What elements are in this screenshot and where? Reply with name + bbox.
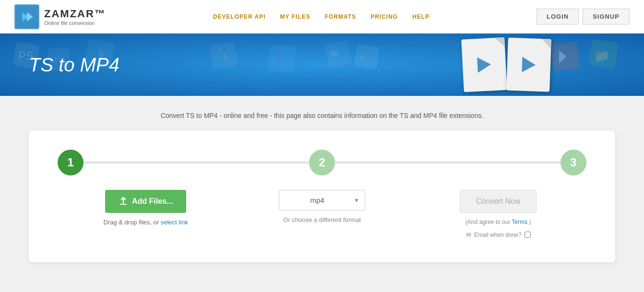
signup-button[interactable]: SIGNUP: [583, 9, 630, 24]
svg-text:🔧: 🔧: [215, 47, 231, 62]
nav-my-files[interactable]: MY FILES: [280, 13, 310, 20]
brand-tagline: Online file conversion: [44, 20, 106, 26]
play-icon-2: [522, 57, 536, 73]
brand-name: ZAMZAR™: [44, 8, 106, 20]
nav-help[interactable]: HELP: [412, 13, 429, 20]
choose-format-text: Or choose a different format: [283, 216, 361, 223]
nav-developer-api[interactable]: DEVELOPER API: [213, 13, 266, 20]
logo-icon: [14, 4, 39, 29]
nav-links: DEVELOPER API MY FILES FORMATS PRICING H…: [213, 13, 430, 20]
login-button[interactable]: LOGIN: [537, 9, 579, 24]
format-select[interactable]: mp4 avi mov mkv wmv flv: [279, 190, 365, 210]
email-icon: ✉: [466, 231, 471, 238]
step-1-section: Add Files... Drag & drop files, or selec…: [58, 190, 234, 226]
nav-pricing[interactable]: PRICING: [370, 13, 398, 20]
email-checkbox[interactable]: [525, 232, 531, 238]
logo-text: ZAMZAR™ Online file conversion: [44, 8, 106, 26]
svg-text:♪: ♪: [359, 52, 364, 62]
svg-rect-12: [324, 40, 352, 68]
svg-marker-1: [27, 12, 33, 21]
email-when-done-label: Email when done?: [474, 232, 522, 238]
email-row: ✉ Email when done?: [466, 231, 531, 238]
file-icon-1: [461, 37, 507, 93]
convert-now-button[interactable]: Convert Now: [460, 190, 537, 213]
hero-title: TS to MP4: [29, 54, 119, 76]
svg-text:✉: ✉: [330, 48, 339, 60]
svg-marker-11: [277, 52, 288, 65]
svg-rect-14: [354, 44, 379, 70]
header: ZAMZAR™ Online file conversion DEVELOPER…: [0, 0, 644, 34]
play-icon-1: [477, 57, 491, 72]
steps-bar: 1 2 3: [58, 150, 586, 175]
select-link[interactable]: select link: [161, 219, 188, 226]
logo-area: ZAMZAR™ Online file conversion: [14, 4, 106, 29]
nav-formats[interactable]: FORMATS: [325, 13, 356, 20]
conversion-box: 1 2 3 Add Files... Drag & drop files, or: [29, 130, 615, 262]
svg-rect-8: [210, 42, 238, 70]
upload-icon: [119, 197, 128, 206]
format-select-wrapper: mp4 avi mov mkv wmv flv ▼: [279, 190, 365, 210]
nav-buttons: LOGIN SIGNUP: [537, 9, 630, 24]
step-connector-2: [335, 162, 561, 164]
step-2-circle: 2: [309, 150, 335, 175]
description-text: Convert TS to MP4 - online and free - th…: [29, 110, 615, 121]
terms-link[interactable]: Terms: [512, 219, 528, 225]
step-connector-1: [83, 162, 309, 164]
step-3-section: Convert Now (And agree to our Terms ) ✉ …: [410, 190, 586, 238]
svg-rect-18: [588, 39, 618, 69]
hero-to-format: MP4: [80, 54, 119, 75]
file-icon-2: [506, 37, 551, 92]
description-section: Convert TS to MP4 - online and free - th…: [0, 96, 644, 130]
svg-rect-10: [268, 45, 297, 73]
svg-marker-17: [559, 50, 566, 63]
svg-rect-16: [551, 42, 580, 71]
agree-text: (And agree to our Terms ): [465, 219, 531, 225]
step-3-circle: 3: [561, 150, 586, 175]
hero-banner: PS ♪ 🔧 ✉ ♪ 📁 TS to MP4: [0, 34, 644, 96]
step-2-section: mp4 avi mov mkv wmv flv ▼ Or choose a di…: [234, 190, 410, 223]
add-files-button[interactable]: Add Files...: [105, 190, 186, 213]
hero-from-format: TS: [29, 54, 53, 75]
svg-rect-22: [120, 204, 127, 205]
hero-conjunction: to: [53, 54, 80, 75]
steps-controls: Add Files... Drag & drop files, or selec…: [58, 190, 586, 238]
step-1-circle: 1: [58, 150, 83, 175]
svg-text:📁: 📁: [594, 48, 610, 63]
hero-file-icons: [465, 38, 548, 91]
drag-drop-text: Drag & drop files, or select link: [104, 219, 188, 226]
